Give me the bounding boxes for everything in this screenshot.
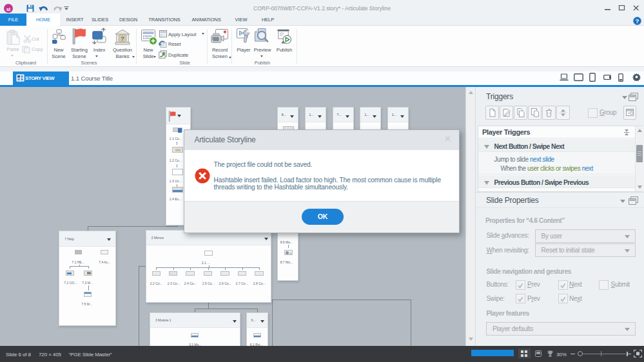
svg-text:sl: sl <box>6 6 11 12</box>
svg-text:?: ? <box>121 35 124 42</box>
svg-text:?: ? <box>636 17 639 24</box>
